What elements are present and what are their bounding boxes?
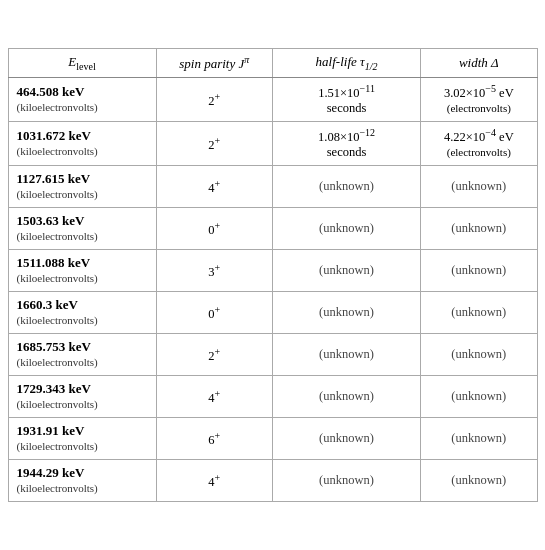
spin-value: 0+ xyxy=(208,223,220,237)
cell-energy: 1031.672 keV(kiloelectronvolts) xyxy=(8,122,156,166)
spin-parity: + xyxy=(215,388,221,399)
energy-value: 1944.29 keV xyxy=(17,465,85,480)
header-energy: Elevel xyxy=(8,48,156,77)
halflife-value: 1.08×10−12seconds xyxy=(318,130,375,159)
cell-width: (unknown) xyxy=(421,418,537,460)
spin-value: 2+ xyxy=(208,94,220,108)
spin-value: 6+ xyxy=(208,433,220,447)
width-unknown: (unknown) xyxy=(451,473,506,487)
cell-energy: 1944.29 keV(kiloelectronvolts) xyxy=(8,460,156,502)
width-unknown: (unknown) xyxy=(451,221,506,235)
energy-unit: (kiloelectronvolts) xyxy=(17,482,98,494)
width-unknown: (unknown) xyxy=(451,347,506,361)
cell-halflife: 1.08×10−12seconds xyxy=(272,122,420,166)
energy-value: 1127.615 keV xyxy=(17,171,91,186)
table-row: 1511.088 keV(kiloelectronvolts)3+(unknow… xyxy=(8,250,537,292)
width-unknown: (unknown) xyxy=(451,431,506,445)
cell-halflife: (unknown) xyxy=(272,376,420,418)
header-row: Elevel spin parity Jπ half-life τ1/2 wid… xyxy=(8,48,537,77)
cell-energy: 1685.753 keV(kiloelectronvolts) xyxy=(8,334,156,376)
halflife-unknown: (unknown) xyxy=(319,431,374,445)
cell-width: (unknown) xyxy=(421,292,537,334)
energy-value: 1931.91 keV xyxy=(17,423,85,438)
halflife-unknown: (unknown) xyxy=(319,473,374,487)
energy-unit: (kiloelectronvolts) xyxy=(17,101,98,113)
cell-energy: 1127.615 keV(kiloelectronvolts) xyxy=(8,166,156,208)
data-table: Elevel spin parity Jπ half-life τ1/2 wid… xyxy=(8,48,538,503)
table-row: 1944.29 keV(kiloelectronvolts)4+(unknown… xyxy=(8,460,537,502)
spin-parity: + xyxy=(215,178,221,189)
spin-parity: + xyxy=(215,262,221,273)
cell-width: 4.22×10−4 eV(electronvolts) xyxy=(421,122,537,166)
cell-halflife: 1.51×10−11seconds xyxy=(272,78,420,122)
width-value: 3.02×10−5 eV(electronvolts) xyxy=(444,86,514,115)
cell-spin: 2+ xyxy=(156,334,272,376)
width-unit: (electronvolts) xyxy=(447,146,511,158)
cell-halflife: (unknown) xyxy=(272,460,420,502)
spin-value: 4+ xyxy=(208,391,220,405)
cell-halflife: (unknown) xyxy=(272,166,420,208)
energy-unit: (kiloelectronvolts) xyxy=(17,440,98,452)
spin-parity: + xyxy=(215,346,221,357)
table-row: 1660.3 keV(kiloelectronvolts)0+(unknown)… xyxy=(8,292,537,334)
width-exp: −5 xyxy=(485,83,496,94)
table-row: 1931.91 keV(kiloelectronvolts)6+(unknown… xyxy=(8,418,537,460)
cell-energy: 1511.088 keV(kiloelectronvolts) xyxy=(8,250,156,292)
header-spin: spin parity Jπ xyxy=(156,48,272,77)
halflife-exp: −11 xyxy=(360,83,375,94)
header-width: width Δ xyxy=(421,48,537,77)
cell-spin: 2+ xyxy=(156,122,272,166)
cell-width: (unknown) xyxy=(421,460,537,502)
cell-energy: 464.508 keV(kiloelectronvolts) xyxy=(8,78,156,122)
table-row: 1503.63 keV(kiloelectronvolts)0+(unknown… xyxy=(8,208,537,250)
spin-parity: + xyxy=(215,91,221,102)
spin-value: 0+ xyxy=(208,307,220,321)
energy-value: 1660.3 keV xyxy=(17,297,78,312)
cell-energy: 1503.63 keV(kiloelectronvolts) xyxy=(8,208,156,250)
width-unit: (electronvolts) xyxy=(447,102,511,114)
width-unknown: (unknown) xyxy=(451,263,506,277)
spin-parity: + xyxy=(215,430,221,441)
energy-unit: (kiloelectronvolts) xyxy=(17,398,98,410)
cell-halflife: (unknown) xyxy=(272,250,420,292)
energy-unit: (kiloelectronvolts) xyxy=(17,230,98,242)
spin-parity: + xyxy=(215,472,221,483)
table-row: 1729.343 keV(kiloelectronvolts)4+(unknow… xyxy=(8,376,537,418)
cell-halflife: (unknown) xyxy=(272,292,420,334)
cell-energy: 1931.91 keV(kiloelectronvolts) xyxy=(8,418,156,460)
table-row: 1127.615 keV(kiloelectronvolts)4+(unknow… xyxy=(8,166,537,208)
spin-parity: + xyxy=(215,135,221,146)
cell-spin: 4+ xyxy=(156,460,272,502)
cell-width: (unknown) xyxy=(421,208,537,250)
energy-value: 1503.63 keV xyxy=(17,213,85,228)
spin-value: 4+ xyxy=(208,475,220,489)
cell-width: (unknown) xyxy=(421,334,537,376)
energy-unit: (kiloelectronvolts) xyxy=(17,188,98,200)
energy-unit: (kiloelectronvolts) xyxy=(17,356,98,368)
cell-energy: 1729.343 keV(kiloelectronvolts) xyxy=(8,376,156,418)
spin-value: 3+ xyxy=(208,265,220,279)
halflife-unknown: (unknown) xyxy=(319,221,374,235)
halflife-unknown: (unknown) xyxy=(319,179,374,193)
cell-halflife: (unknown) xyxy=(272,418,420,460)
spin-value: 4+ xyxy=(208,181,220,195)
cell-spin: 6+ xyxy=(156,418,272,460)
cell-width: (unknown) xyxy=(421,166,537,208)
cell-width: (unknown) xyxy=(421,250,537,292)
header-halflife: half-life τ1/2 xyxy=(272,48,420,77)
energy-value: 464.508 keV xyxy=(17,84,85,99)
table-row: 1685.753 keV(kiloelectronvolts)2+(unknow… xyxy=(8,334,537,376)
table-row: 1031.672 keV(kiloelectronvolts)2+1.08×10… xyxy=(8,122,537,166)
table-row: 464.508 keV(kiloelectronvolts)2+1.51×10−… xyxy=(8,78,537,122)
width-unknown: (unknown) xyxy=(451,389,506,403)
energy-value: 1685.753 keV xyxy=(17,339,91,354)
halflife-unknown: (unknown) xyxy=(319,305,374,319)
spin-parity: + xyxy=(215,304,221,315)
cell-width: (unknown) xyxy=(421,376,537,418)
cell-spin: 3+ xyxy=(156,250,272,292)
cell-spin: 0+ xyxy=(156,292,272,334)
halflife-unknown: (unknown) xyxy=(319,347,374,361)
halflife-unknown: (unknown) xyxy=(319,263,374,277)
energy-value: 1729.343 keV xyxy=(17,381,91,396)
energy-unit: (kiloelectronvolts) xyxy=(17,272,98,284)
